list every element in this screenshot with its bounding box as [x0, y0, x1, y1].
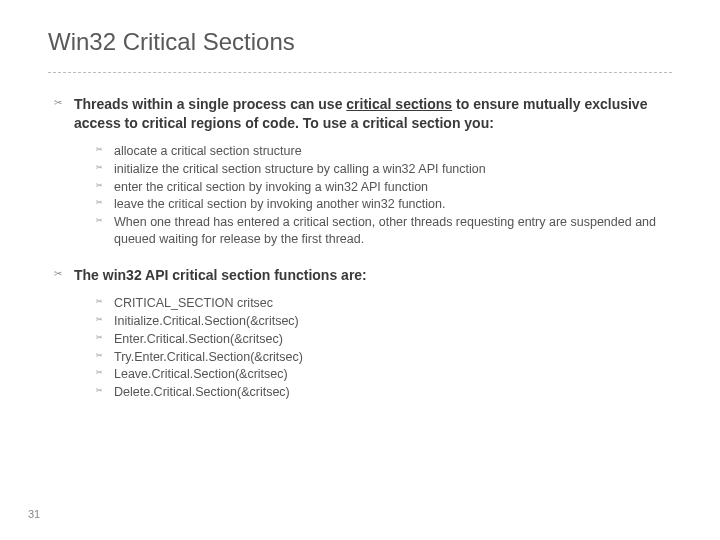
bullet-item: Threads within a single process can use …	[54, 95, 672, 248]
bullet-text: Threads within a single process can use …	[74, 95, 672, 133]
sub-list: CRITICAL_SECTION critsec Initialize.Crit…	[74, 295, 672, 401]
sub-item: initialize the critical section structur…	[96, 161, 672, 178]
bullet-text: The win32 API critical section functions…	[74, 266, 672, 285]
sub-item: Initialize.Critical.Section(&critsec)	[96, 313, 672, 330]
page-number: 31	[28, 508, 40, 520]
bullet-item: The win32 API critical section functions…	[54, 266, 672, 401]
sub-item: Try.Enter.Critical.Section(&critsec)	[96, 349, 672, 366]
slide-title: Win32 Critical Sections	[48, 28, 672, 56]
sub-item: Enter.Critical.Section(&critsec)	[96, 331, 672, 348]
sub-list: allocate a critical section structure in…	[74, 143, 672, 248]
text-pre: The win32 API critical section functions…	[74, 267, 367, 283]
sub-item: enter the critical section by invoking a…	[96, 179, 672, 196]
sub-item: Leave.Critical.Section(&critsec)	[96, 366, 672, 383]
sub-item: When one thread has entered a critical s…	[96, 214, 672, 248]
text-underline: critical sections	[346, 96, 452, 112]
divider	[48, 72, 672, 73]
bullet-list: Threads within a single process can use …	[48, 95, 672, 401]
sub-item: leave the critical section by invoking a…	[96, 196, 672, 213]
sub-item: allocate a critical section structure	[96, 143, 672, 160]
text-pre: Threads within a single process can use	[74, 96, 346, 112]
sub-item: Delete.Critical.Section(&critsec)	[96, 384, 672, 401]
slide: Win32 Critical Sections Threads within a…	[0, 0, 720, 401]
sub-item: CRITICAL_SECTION critsec	[96, 295, 672, 312]
